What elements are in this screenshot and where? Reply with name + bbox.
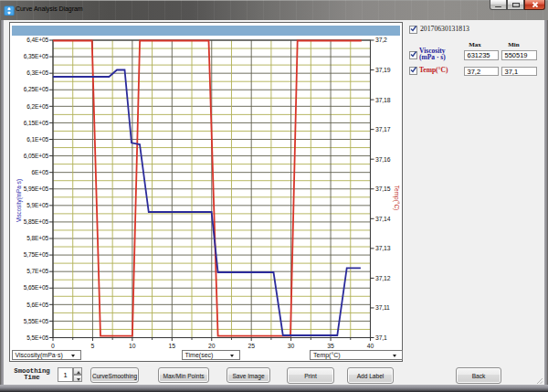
svg-text:5,65E+05: 5,65E+05 [24,284,49,291]
svg-text:6,3E+05: 6,3E+05 [26,69,48,76]
svg-text:37,11: 37,11 [375,304,390,311]
svg-text:0: 0 [51,343,55,349]
svg-text:5,9E+05: 5,9E+05 [26,202,48,208]
svg-text:5,5E+05: 5,5E+05 [26,334,48,341]
svg-text:5,7E+05: 5,7E+05 [26,268,48,274]
svg-text:10: 10 [129,343,136,349]
svg-text:6,15E+05: 6,15E+05 [24,120,49,126]
svg-text:35: 35 [327,343,334,349]
svg-text:6,35E+05: 6,35E+05 [24,53,49,59]
svg-text:6,1E+05: 6,1E+05 [26,136,48,143]
svg-text:37,13: 37,13 [375,245,391,251]
svg-text:37,18: 37,18 [375,97,391,103]
svg-text:37,12: 37,12 [375,275,391,281]
svg-text:5,75E+05: 5,75E+05 [24,251,49,258]
svg-text:37,17: 37,17 [375,126,391,132]
svg-text:5,85E+05: 5,85E+05 [24,218,49,225]
svg-text:15: 15 [169,343,176,349]
svg-text:37,2: 37,2 [375,37,387,43]
svg-text:37,1: 37,1 [375,334,387,341]
svg-text:6,05E+05: 6,05E+05 [24,153,49,159]
svg-text:37,16: 37,16 [375,156,391,163]
svg-text:6,4E+05: 6,4E+05 [26,37,48,43]
svg-text:5,95E+05: 5,95E+05 [24,185,49,192]
svg-text:5: 5 [91,343,95,349]
svg-text:5,55E+05: 5,55E+05 [24,318,49,324]
svg-text:30: 30 [288,343,295,349]
svg-text:37,14: 37,14 [375,216,391,222]
svg-text:37,19: 37,19 [375,67,391,73]
svg-text:6,25E+05: 6,25E+05 [24,86,49,92]
svg-text:40: 40 [367,343,374,349]
svg-text:6E+05: 6E+05 [31,169,48,175]
svg-text:37,15: 37,15 [375,185,391,192]
svg-text:6,2E+05: 6,2E+05 [26,103,48,110]
svg-text:25: 25 [248,343,255,349]
svg-text:5,6E+05: 5,6E+05 [26,302,48,308]
svg-text:20: 20 [208,343,216,349]
svg-text:5,8E+05: 5,8E+05 [26,235,48,241]
